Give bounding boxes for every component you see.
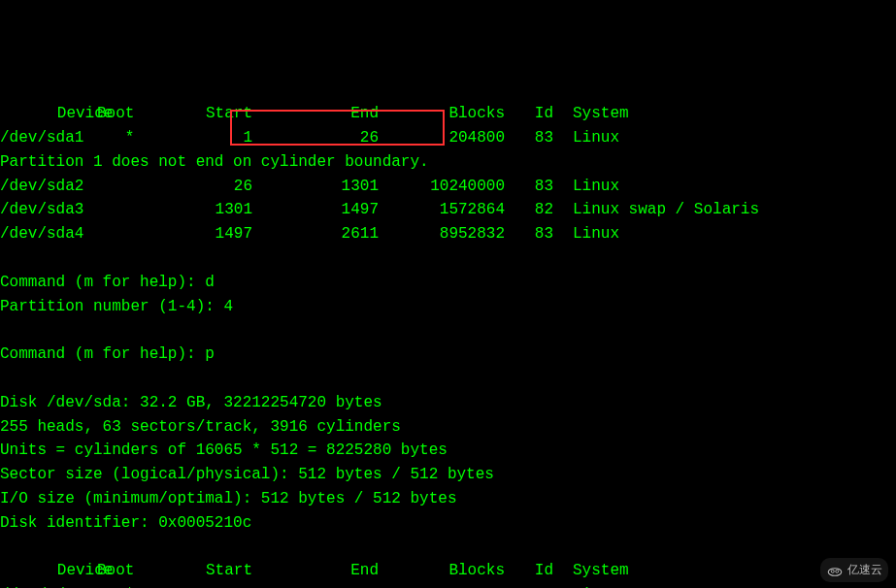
- col-id: Id: [505, 559, 553, 583]
- cell-blocks: 1572864: [379, 198, 505, 222]
- table-row: /dev/sda1 *12620480083Linux: [0, 583, 896, 588]
- terminal-output: DeviceBootStartEndBlocksIdSystem/dev/sda…: [0, 102, 896, 588]
- cell-device: /dev/sda2: [0, 175, 97, 199]
- partition-table-header: DeviceBootStartEndBlocksIdSystem: [0, 559, 896, 583]
- cell-end: 26: [252, 126, 379, 150]
- cell-boot: *: [97, 126, 146, 150]
- disk-info-line: Disk /dev/sda: 32.2 GB, 32212254720 byte…: [0, 391, 896, 415]
- table-row: /dev/sda4 14972611895283283Linux: [0, 222, 896, 246]
- col-start: Start: [146, 559, 252, 583]
- cell-blocks: 204800: [379, 583, 505, 588]
- cell-system: Linux swap / Solaris: [553, 198, 759, 222]
- cell-system: Linux: [553, 222, 619, 246]
- table-row: /dev/sda3 13011497157286482Linux swap / …: [0, 198, 896, 222]
- col-system: System: [553, 559, 629, 583]
- cell-end: 1301: [252, 175, 379, 199]
- command-print: Command (m for help): p: [0, 343, 896, 367]
- disk-info-line: Units = cylinders of 16065 * 512 = 82252…: [0, 439, 896, 463]
- cell-start: 1497: [146, 222, 252, 246]
- boundary-warning: Partition 1 does not end on cylinder bou…: [0, 150, 896, 175]
- cell-boot: [97, 222, 146, 246]
- command-delete: Command (m for help): d: [0, 271, 896, 295]
- disk-info-line: 255 heads, 63 sectors/track, 3916 cylind…: [0, 415, 896, 440]
- cell-boot: *: [97, 583, 146, 588]
- partition-number-prompt: Partition number (1-4): 4: [0, 295, 896, 319]
- cell-id: 83: [505, 126, 553, 150]
- col-boot: Boot: [97, 559, 146, 583]
- col-system: System: [553, 102, 629, 126]
- cell-id: 83: [505, 222, 553, 246]
- cell-boot: [97, 175, 146, 199]
- table-row: /dev/sda2 2613011024000083Linux: [0, 175, 896, 199]
- cell-start: 1301: [146, 198, 252, 222]
- cell-device: /dev/sda1: [0, 583, 97, 588]
- col-blocks: Blocks: [379, 559, 505, 583]
- blank-line: [0, 246, 896, 271]
- col-blocks: Blocks: [379, 102, 505, 126]
- cell-device: /dev/sda4: [0, 222, 97, 246]
- cell-boot: [97, 198, 146, 222]
- cell-start: 1: [146, 126, 252, 150]
- col-end: End: [252, 559, 379, 583]
- cell-blocks: 10240000: [379, 175, 505, 199]
- cell-system: Linux: [553, 126, 619, 150]
- watermark-text: 亿速云: [847, 561, 882, 579]
- cloud-icon: [826, 565, 844, 576]
- watermark: 亿速云: [820, 558, 888, 582]
- cell-system: Linux: [553, 175, 619, 199]
- cell-system: Linux: [553, 583, 619, 588]
- col-device: Device: [0, 559, 97, 583]
- partition-table-header: DeviceBootStartEndBlocksIdSystem: [0, 102, 896, 126]
- cell-id: 83: [505, 583, 553, 588]
- cell-id: 82: [505, 198, 553, 222]
- col-start: Start: [146, 102, 252, 126]
- cell-device: /dev/sda3: [0, 198, 97, 222]
- disk-info-line: Sector size (logical/physical): 512 byte…: [0, 463, 896, 487]
- cell-blocks: 8952832: [379, 222, 505, 246]
- blank-line: [0, 367, 896, 391]
- cell-device: /dev/sda1: [0, 126, 97, 150]
- col-id: Id: [505, 102, 553, 126]
- cell-end: 1497: [252, 198, 379, 222]
- svg-point-0: [828, 568, 842, 575]
- cell-blocks: 204800: [379, 126, 505, 150]
- cell-end: 26: [252, 583, 379, 588]
- cell-start: 1: [146, 583, 252, 588]
- cell-end: 2611: [252, 222, 379, 246]
- disk-info-line: Disk identifier: 0x0005210c: [0, 511, 896, 536]
- col-end: End: [252, 102, 379, 126]
- col-boot: Boot: [97, 102, 146, 126]
- disk-info-line: I/O size (minimum/optimal): 512 bytes / …: [0, 487, 896, 511]
- col-device: Device: [0, 102, 97, 126]
- cell-start: 26: [146, 175, 252, 199]
- table-row: /dev/sda1 *12620480083Linux: [0, 126, 896, 150]
- svg-point-2: [836, 570, 839, 572]
- blank-line: [0, 318, 896, 343]
- blank-line: [0, 536, 896, 560]
- cell-id: 83: [505, 175, 553, 199]
- svg-point-1: [831, 570, 834, 572]
